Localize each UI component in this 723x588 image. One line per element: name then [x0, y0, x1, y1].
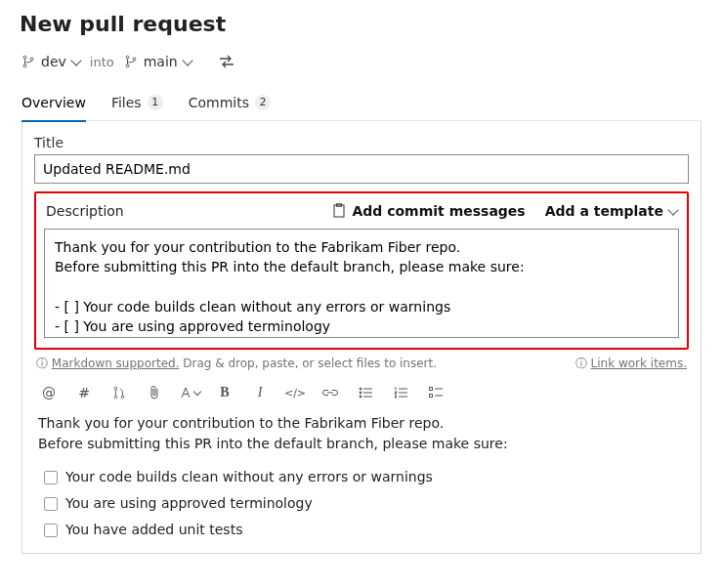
description-preview: Thank you for your contribution to the F… — [38, 413, 685, 543]
checklist-label: You have added unit tests — [65, 520, 242, 540]
tab-files[interactable]: Files1 — [111, 89, 163, 120]
to-branch-select[interactable]: main — [124, 54, 191, 69]
pr-ref-button[interactable] — [108, 382, 130, 403]
tab-overview-label: Overview — [21, 95, 86, 110]
text-format-button[interactable] — [179, 382, 200, 403]
mention-button[interactable]: @ — [38, 382, 60, 403]
svg-point-9 — [114, 396, 117, 399]
svg-point-11 — [360, 388, 362, 390]
tab-commits-label: Commits — [189, 95, 249, 110]
link-button[interactable] — [319, 382, 341, 403]
svg-point-4 — [126, 64, 129, 67]
description-block: Description Add commit messages Add a te… — [34, 191, 689, 350]
add-template-button[interactable]: Add a template — [545, 203, 677, 219]
tab-files-label: Files — [111, 95, 142, 110]
title-label: Title — [34, 135, 689, 150]
tab-commits-badge: 2 — [255, 95, 271, 110]
branch-selector-row: dev into main — [21, 54, 702, 69]
svg-point-2 — [30, 58, 33, 61]
svg-point-1 — [23, 64, 26, 67]
svg-rect-6 — [334, 205, 344, 217]
checklist-item: You have added unit tests — [38, 517, 685, 543]
svg-point-3 — [126, 56, 129, 59]
tab-commits[interactable]: Commits2 — [189, 89, 271, 120]
to-branch-label: main — [144, 54, 178, 69]
title-input[interactable] — [34, 154, 689, 184]
info-icon: ⓘ — [575, 357, 591, 370]
hash-button[interactable]: # — [73, 382, 95, 403]
preview-line: Before submitting this PR into the defau… — [38, 434, 685, 454]
from-branch-label: dev — [41, 54, 66, 69]
link-work-items-link[interactable]: Link work items. — [591, 357, 687, 370]
checkbox-icon[interactable] — [44, 497, 58, 511]
chevron-down-icon — [192, 387, 200, 395]
checklist-item: You are using approved terminology — [38, 490, 685, 517]
add-commit-messages-label: Add commit messages — [352, 203, 525, 219]
svg-point-8 — [114, 387, 117, 390]
code-button[interactable]: </> — [284, 382, 306, 403]
description-textarea[interactable] — [44, 229, 679, 338]
checklist-label: Your code builds clean without any error… — [65, 467, 433, 487]
italic-button[interactable]: I — [249, 382, 271, 403]
svg-rect-14 — [429, 388, 432, 391]
branch-icon — [124, 55, 138, 68]
drag-hint: Drag & drop, paste, or select files to i… — [183, 357, 437, 370]
svg-point-12 — [360, 392, 362, 394]
checkbox-icon[interactable] — [44, 471, 58, 484]
branch-icon — [21, 55, 35, 68]
add-commit-messages-button[interactable]: Add commit messages — [332, 203, 525, 219]
form-panel: Title Description Add commit messages Ad… — [21, 121, 702, 554]
svg-rect-15 — [429, 395, 432, 398]
markdown-toolbar: @ # B I </> — [34, 380, 689, 413]
numbered-list-button[interactable] — [390, 382, 411, 403]
clipboard-icon — [332, 203, 346, 219]
description-label: Description — [46, 203, 124, 219]
bullet-list-button[interactable] — [355, 382, 376, 403]
chevron-down-icon — [70, 55, 81, 65]
checklist-item: Your code builds clean without any error… — [38, 464, 685, 490]
tab-overview[interactable]: Overview — [21, 89, 86, 120]
bold-button[interactable]: B — [214, 382, 235, 403]
tabs: Overview Files1 Commits2 — [21, 89, 702, 121]
description-hints: ⓘ Markdown supported. Drag & drop, paste… — [36, 356, 687, 372]
into-label: into — [90, 55, 114, 69]
preview-line: Thank you for your contribution to the F… — [38, 413, 685, 434]
chevron-down-icon — [182, 55, 192, 65]
svg-point-13 — [360, 396, 362, 398]
swap-branches-button[interactable] — [219, 54, 234, 69]
from-branch-select[interactable]: dev — [21, 54, 80, 69]
markdown-supported-link[interactable]: Markdown supported. — [52, 357, 180, 370]
page-title: New pull request — [20, 12, 703, 36]
svg-point-5 — [133, 58, 136, 61]
svg-point-0 — [23, 56, 26, 59]
svg-point-10 — [121, 396, 124, 399]
checklist-label: You are using approved terminology — [65, 493, 313, 514]
attach-button[interactable] — [144, 382, 165, 403]
chevron-down-icon — [667, 204, 678, 215]
add-template-label: Add a template — [545, 203, 663, 219]
task-list-button[interactable] — [425, 382, 447, 403]
info-icon: ⓘ — [36, 357, 52, 370]
tab-files-badge: 1 — [148, 95, 163, 110]
checkbox-icon[interactable] — [44, 524, 58, 537]
